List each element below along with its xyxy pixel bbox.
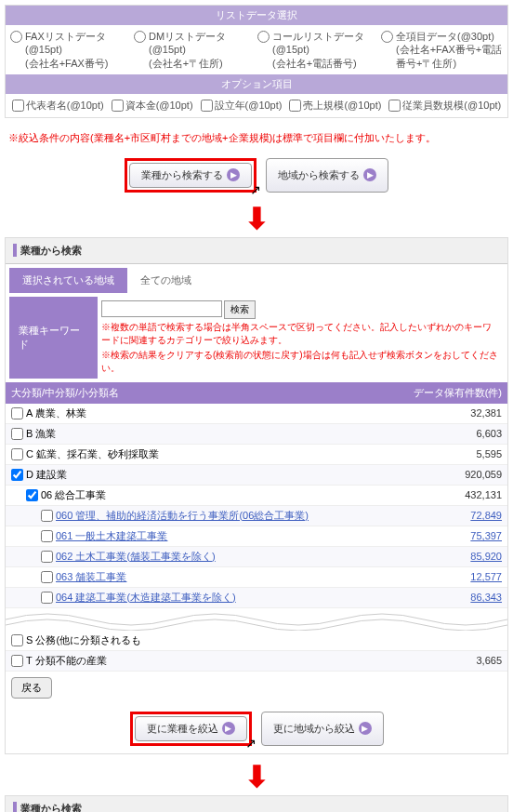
table-header: 大分類/中分類/小分類名データ保有件数(件) <box>6 382 507 404</box>
search-by-region-button[interactable]: 地域から検索する▶ <box>266 158 388 193</box>
highlight-industry-search: 業種から検索する▶ <box>125 158 256 193</box>
table-row: S 公務(他に分類されるも <box>6 631 507 651</box>
panel3-title: 業種から検索 <box>6 796 507 812</box>
row-checkbox[interactable] <box>11 407 23 419</box>
chk-emp[interactable]: 従業員数規模(@10pt) <box>388 99 501 113</box>
back-button[interactable]: 戻る <box>11 677 52 699</box>
table-row: 063 舗装工事業12,577 <box>6 567 507 588</box>
table-row: 062 土木工事業(舗装工事業を除く)85,920 <box>6 547 507 567</box>
table-row: C 鉱業、採石業、砂利採取業5,595 <box>6 445 507 465</box>
opt-call[interactable]: コールリストデータ(@15pt)(会社名+電話番号) <box>257 30 379 70</box>
opt-fax-radio[interactable] <box>10 31 22 43</box>
row-checkbox[interactable] <box>11 448 23 460</box>
table-row: A 農業、林業32,381 <box>6 404 507 424</box>
row-checkbox[interactable] <box>26 489 38 501</box>
opt-call-radio[interactable] <box>257 31 270 43</box>
category-link[interactable]: 063 舗装工事業 <box>56 570 126 584</box>
category-link[interactable]: 062 土木工事業(舗装工事業を除く) <box>56 550 216 564</box>
row-checkbox[interactable] <box>41 510 53 522</box>
wave-cut <box>6 608 507 631</box>
keyword-note1: ※複数の単語で検索する場合は半角スペースで区切ってください。記入したいずれかのキ… <box>101 321 500 347</box>
list-data-header: リストデータ選択 <box>6 6 507 25</box>
list-options-row: FAXリストデータ(@15pt)(会社名+FAX番号) DMリストデータ(@15… <box>6 25 507 74</box>
row-checkbox[interactable] <box>41 592 53 604</box>
category-link[interactable]: 061 一般土木建築工事業 <box>56 529 167 543</box>
industry-search-panel: 業種から検索 選択されている地域 全ての地域 業種キーワード 検索 ※複数の単語… <box>5 237 508 754</box>
arrow-right-icon: ▶ <box>359 722 372 735</box>
option-header: オプション項目 <box>6 74 507 94</box>
opt-dm-radio[interactable] <box>134 31 146 43</box>
row-checkbox[interactable] <box>11 469 23 481</box>
keyword-search-button[interactable]: 検索 <box>224 300 256 319</box>
table-row: D 建設業920,059 <box>6 465 507 486</box>
row-checkbox[interactable] <box>11 428 23 440</box>
option-checks: 代表者名(@10pt) 資本金(@10pt) 設立年(@10pt) 売上規模(@… <box>6 94 507 117</box>
category-link[interactable]: 064 建築工事業(木造建築工事業を除く) <box>56 591 236 605</box>
tab-all-regions[interactable]: 全ての地域 <box>127 268 204 293</box>
keyword-note2: ※検索の結果をクリアする(検索前の状態に戻す)場合は何も記入せず検索ボタンをおし… <box>101 349 500 375</box>
flow-arrow-icon: ⬇ <box>5 762 508 792</box>
filter-by-industry-button[interactable]: 更に業種を絞込▶ <box>135 716 247 741</box>
table-row: 06 総合工事業432,131 <box>6 486 507 506</box>
panel2-title: 業種から検索 <box>6 238 507 264</box>
flow-arrow-icon: ⬇ <box>5 204 508 233</box>
list-data-panel: リストデータ選択 FAXリストデータ(@15pt)(会社名+FAX番号) DMリ… <box>5 5 508 118</box>
table-row: T 分類不能の産業3,665 <box>6 651 507 672</box>
keyword-input[interactable] <box>101 300 222 317</box>
opt-all[interactable]: 全項目データ(@30pt)(会社名+FAX番号+電話番号+〒住所) <box>381 30 503 70</box>
search-by-industry-button[interactable]: 業種から検索する▶ <box>129 163 252 188</box>
arrow-right-icon: ▶ <box>227 168 240 181</box>
row-checkbox[interactable] <box>41 530 53 542</box>
filter-by-region-button[interactable]: 更に地域から絞込▶ <box>261 712 384 746</box>
keyword-label: 業種キーワード <box>9 297 98 379</box>
chk-capital[interactable]: 資本金(@10pt) <box>112 99 193 113</box>
table-body: A 農業、林業32,381B 漁業6,603C 鉱業、採石業、砂利採取業5,59… <box>6 404 507 608</box>
arrow-right-icon: ▶ <box>222 722 235 735</box>
filter-note: ※絞込条件の内容(業種名+市区町村までの地域+企業規模)は標準で項目欄に付加いた… <box>5 126 508 151</box>
region-tabs: 選択されている地域 全ての地域 <box>9 268 504 293</box>
highlight-filter-industry: 更に業種を絞込▶ <box>130 712 252 746</box>
table-row: 060 管理、補助的経済活動を行う事業所(06総合工事業)72,849 <box>6 506 507 526</box>
category-link[interactable]: 060 管理、補助的経済活動を行う事業所(06総合工事業) <box>56 509 309 523</box>
search-btn-row: 業種から検索する▶ 地域から検索する▶ <box>5 151 508 200</box>
arrow-right-icon: ▶ <box>363 168 376 181</box>
table-row: 061 一般土木建築工事業75,397 <box>6 526 507 547</box>
tab-selected-region[interactable]: 選択されている地域 <box>9 268 127 293</box>
row-checkbox[interactable] <box>41 551 53 563</box>
chk-rep[interactable]: 代表者名(@10pt) <box>12 99 104 113</box>
keyword-row: 業種キーワード 検索 ※複数の単語で検索する場合は半角スペースで区切ってください… <box>9 297 504 379</box>
row-checkbox[interactable] <box>41 571 53 583</box>
table-row: B 漁業6,603 <box>6 424 507 445</box>
opt-dm[interactable]: DMリストデータ(@15pt)(会社名+〒住所) <box>134 30 256 70</box>
chk-sales[interactable]: 売上規模(@10pt) <box>289 99 381 113</box>
opt-all-radio[interactable] <box>381 31 393 43</box>
filter-btn-row: 更に業種を絞込▶ 更に地域から絞込▶ <box>6 704 507 753</box>
opt-fax[interactable]: FAXリストデータ(@15pt)(会社名+FAX番号) <box>10 30 132 70</box>
table-row: 064 建築工事業(木造建築工事業を除く)86,343 <box>6 588 507 608</box>
chk-founded[interactable]: 設立年(@10pt) <box>201 99 283 113</box>
subcategory-panel: 業種から検索 選択されている地域 全ての地域 小分類/細分類名データ保有件数(件… <box>5 795 508 812</box>
